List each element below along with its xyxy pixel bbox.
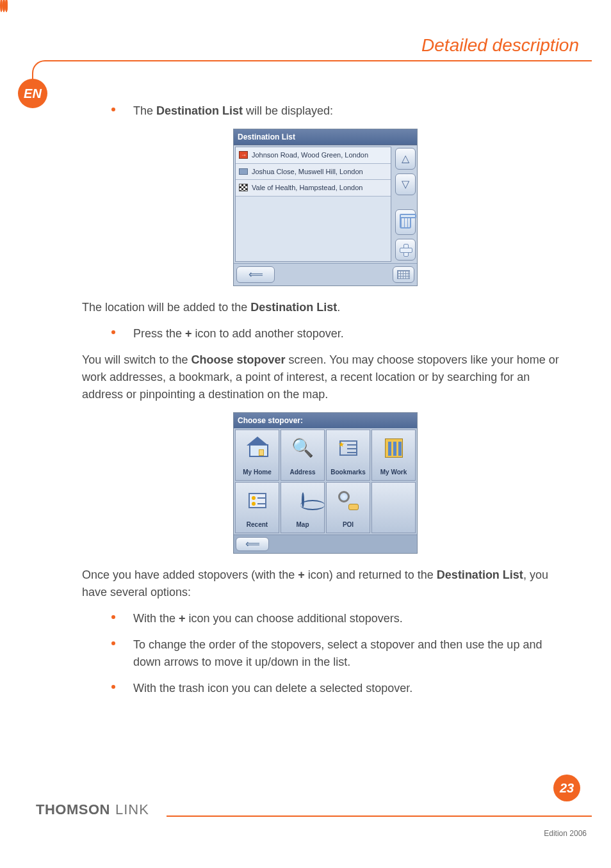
destination-row[interactable]: Joshua Close, Muswell Hill, London <box>236 164 391 181</box>
page-number-badge: 23 <box>553 775 580 801</box>
finish-flag-icon <box>238 184 248 192</box>
header-divider <box>45 60 592 61</box>
stopover-option-map[interactable]: Map <box>281 482 325 533</box>
text: With the <box>133 612 179 625</box>
move-down-button[interactable]: ▽ <box>395 173 416 195</box>
stopover-label: Map <box>297 520 309 529</box>
text: Press the <box>133 327 185 340</box>
stopover-label: Address <box>289 467 315 477</box>
text: The location will be added to the <box>82 301 250 314</box>
plus-symbol: + <box>185 327 192 340</box>
body-content: The Destination List will be displayed: … <box>82 102 569 706</box>
paragraph-choose-stopover: You will switch to the Choose stopover s… <box>82 351 569 403</box>
bullet-dot-icon <box>111 685 115 689</box>
waypoint-flag-icon <box>238 167 248 175</box>
destination-text: Vale of Health, Hampstead, London <box>252 182 363 193</box>
brand-thomson: THOMSON <box>36 801 110 818</box>
choose-stopover-title: Choose stopover: <box>234 413 417 428</box>
stopover-label: Bookmarks <box>330 467 365 477</box>
move-up-button[interactable]: △ <box>395 148 416 170</box>
brand-logo: THOMSON LINK <box>36 801 149 818</box>
destination-row[interactable]: Vale of Health, Hampstead, London <box>236 180 391 197</box>
work-building-icon <box>385 438 403 458</box>
text: icon to add another stopover. <box>192 327 344 340</box>
destination-list-title: Destination List <box>234 129 417 145</box>
keyboard-button[interactable] <box>393 266 414 283</box>
choose-stopover-window: Choose stopover: My Home 🔍 Address ★ Boo… <box>233 412 418 554</box>
text: . <box>337 301 340 314</box>
text: will be displayed: <box>243 104 333 117</box>
stopover-back-button[interactable]: ⟸ <box>236 537 269 551</box>
keyboard-icon <box>397 270 410 279</box>
stopover-option-my-work[interactable]: My Work <box>371 430 416 481</box>
text-bold: Destination List <box>156 104 243 117</box>
back-button[interactable]: ⟸ <box>236 266 275 283</box>
stopover-label: POI <box>343 520 354 529</box>
text: With the trash icon you can delete a sel… <box>133 682 412 695</box>
paragraph-several-options: Once you have added stopovers (with the … <box>82 567 569 601</box>
stopover-label: My Work <box>380 467 407 477</box>
bullet-dot-icon <box>111 615 115 619</box>
page-section-title: Detailed description <box>421 35 579 56</box>
destination-text: Johnson Road, Wood Green, London <box>252 150 368 161</box>
delete-button[interactable] <box>395 209 416 235</box>
bookmarks-icon: ★ <box>339 440 357 456</box>
footer-divider <box>167 816 592 817</box>
text: Once you have added stopovers (with the <box>82 568 298 581</box>
home-icon <box>247 439 268 457</box>
stopover-option-recent[interactable]: Recent <box>235 482 279 533</box>
globe-icon <box>302 492 304 509</box>
brand-link: LINK <box>113 801 149 818</box>
back-arrow-icon: ⟸ <box>248 267 263 282</box>
bullet-change-order: To change the order of the stopovers, se… <box>111 636 569 671</box>
text-bold: Choose stopover <box>191 353 285 366</box>
destination-row[interactable]: Johnson Road, Wood Green, London <box>236 147 391 164</box>
destination-list-window: Destination List Johnson Road, Wood Gree… <box>233 129 418 286</box>
trash-icon <box>400 216 411 229</box>
text: To change the order of the stopovers, se… <box>133 638 542 668</box>
bullet-dot-icon <box>111 108 115 111</box>
bullet-choose-additional: With the + icon you can choose additiona… <box>111 610 569 627</box>
text: icon you can choose additional stopovers… <box>186 612 403 625</box>
triangle-up-icon: △ <box>402 151 409 166</box>
text: You will switch to the <box>82 353 191 366</box>
back-arrow-icon: ⟸ <box>245 536 260 552</box>
paragraph-added-to-list: The location will be added to the Destin… <box>82 299 569 316</box>
stopover-option-my-home[interactable]: My Home <box>235 430 279 481</box>
language-badge: EN <box>18 79 47 108</box>
recent-list-icon <box>248 493 266 508</box>
destination-side-buttons: △ ▽ <box>393 145 417 263</box>
poi-icon <box>338 491 359 510</box>
destination-list-rows: Johnson Road, Wood Green, London Joshua … <box>235 147 391 262</box>
stopover-option-bookmarks[interactable]: ★ Bookmarks <box>326 430 370 481</box>
bullet-dot-icon <box>111 330 115 334</box>
brand-orbit-icon <box>0 0 611 12</box>
text: icon) and returned to the <box>305 568 437 581</box>
stopover-label: Recent <box>247 520 268 529</box>
bullet-dot-icon <box>111 641 115 645</box>
bullet-dest-displayed: The Destination List will be displayed: <box>111 102 569 120</box>
stopover-label: My Home <box>243 467 271 477</box>
destination-text: Joshua Close, Muswell Hill, London <box>252 166 363 177</box>
bullet-trash-delete: With the trash icon you can delete a sel… <box>111 680 569 697</box>
stopover-option-address[interactable]: 🔍 Address <box>281 430 325 481</box>
plus-symbol: + <box>298 568 305 581</box>
triangle-down-icon: ▽ <box>402 177 409 192</box>
plus-icon <box>400 244 411 255</box>
bullet-press-plus: Press the + icon to add another stopover… <box>111 325 569 342</box>
plus-symbol: + <box>179 612 186 625</box>
add-stopover-button[interactable] <box>395 239 416 261</box>
edition-label: Edition 2006 <box>544 829 587 838</box>
text-bold: Destination List <box>250 301 337 314</box>
address-search-icon: 🔍 <box>291 435 314 462</box>
stopover-option-empty <box>371 482 416 533</box>
text: The <box>133 104 156 117</box>
start-flag-icon <box>238 151 248 159</box>
stopover-option-poi[interactable]: POI <box>326 482 370 533</box>
text-bold: Destination List <box>437 568 523 581</box>
